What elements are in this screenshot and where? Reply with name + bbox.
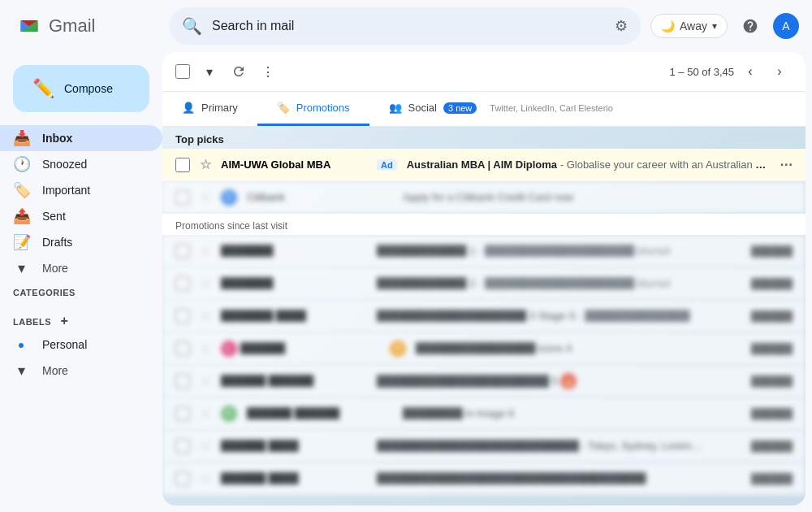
- table-row[interactable]: ☆ C Citibank Apply for a Citibank Credit…: [162, 181, 806, 214]
- star-icon[interactable]: ☆: [200, 243, 211, 258]
- tab-social-label: Social: [408, 102, 437, 114]
- star-icon[interactable]: ☆: [200, 276, 211, 291]
- table-row[interactable]: ☆ ███████ ████ ████████████████████ 3 St…: [162, 300, 806, 332]
- sent-icon: 📤: [13, 207, 29, 225]
- star-icon[interactable]: ☆: [200, 308, 211, 323]
- star-icon[interactable]: ☆: [200, 189, 211, 205]
- more-labels-button[interactable]: ▾ More: [0, 358, 162, 384]
- status-button[interactable]: 🌙 Away ▾: [650, 14, 728, 38]
- compose-label: Compose: [64, 82, 113, 95]
- sender-name: AIM-UWA Global MBA: [221, 158, 367, 171]
- labels-section-label: Labels +: [0, 307, 162, 332]
- sidebar-item-snoozed-label: Snoozed: [42, 158, 87, 171]
- social-tab-sub: Twitter, LinkedIn, Carl Elesterio: [490, 103, 613, 113]
- table-row[interactable]: ☆ ███████ ████████████ 1 - █████████████…: [162, 235, 806, 267]
- tab-primary[interactable]: 👤 Primary: [162, 92, 257, 126]
- star-icon[interactable]: ☆: [200, 438, 211, 453]
- next-page-button[interactable]: ›: [767, 59, 793, 85]
- row-checkbox[interactable]: [175, 341, 190, 356]
- email-time: ██████: [751, 278, 793, 289]
- subject-text: ███████████████████████████ - Tokyo, Syd…: [377, 440, 702, 452]
- more-nav-label: More: [42, 262, 68, 275]
- refresh-button[interactable]: [226, 59, 252, 85]
- categories-section-label: Categories: [0, 281, 162, 301]
- more-options-icon[interactable]: ⋯: [780, 157, 793, 172]
- row-checkbox[interactable]: [175, 158, 190, 172]
- star-icon[interactable]: ☆: [200, 157, 211, 172]
- table-row[interactable]: ☆ G ██████ ██████ ████████ in image 6 ██…: [162, 397, 806, 430]
- help-button[interactable]: [734, 10, 767, 42]
- toolbar: ▾ ⋮ 1 – 50 of 3,45 ‹ ›: [162, 52, 806, 92]
- sidebar-item-sent[interactable]: 📤 Sent: [0, 203, 162, 229]
- table-row[interactable]: ☆ L ██████ S ████████████████ icons 4 ██…: [162, 332, 806, 365]
- top-picks-header: Top picks: [162, 127, 806, 149]
- row-checkbox[interactable]: [175, 190, 190, 205]
- email-time: ██████: [751, 310, 793, 322]
- personal-label-icon: ●: [13, 338, 29, 351]
- table-row[interactable]: ☆ AIM-UWA Global MBA Ad Australian MBA |…: [162, 149, 806, 181]
- email-content: ▾ ⋮ 1 – 50 of 3,45 ‹ › 👤 Primary 🏷️ Prom…: [162, 52, 806, 505]
- chevron-down-icon: ▾: [712, 20, 717, 32]
- primary-tab-icon: 👤: [182, 102, 195, 114]
- select-all-checkbox[interactable]: [175, 64, 190, 79]
- tab-social[interactable]: 👥 Social 3 new Twitter, LinkedIn, Carl E…: [369, 92, 633, 126]
- email-subject: ████████████████████ 3 Stage S - ███████…: [377, 310, 741, 322]
- sidebar-item-important[interactable]: 🏷️ Important: [0, 177, 162, 203]
- row-checkbox[interactable]: [175, 374, 190, 388]
- moon-icon: 🌙: [661, 20, 675, 33]
- sender-name: ██████ ████: [221, 472, 367, 484]
- row-checkbox[interactable]: [175, 471, 190, 486]
- email-list: Top picks ☆ AIM-UWA Global MBA Ad Austra…: [162, 127, 806, 505]
- snoozed-icon: 🕐: [13, 155, 29, 173]
- sidebar-item-inbox[interactable]: 📥 Inbox: [0, 125, 162, 151]
- search-bar[interactable]: 🔍 ⚙: [169, 7, 641, 45]
- subject-text: Apply for a Citibank Credit Card now: [403, 191, 573, 203]
- tab-promotions[interactable]: 🏷️ Promotions: [257, 92, 369, 126]
- compose-button[interactable]: ✏️ Compose: [13, 65, 149, 112]
- sender-name: ███████ ████: [221, 310, 367, 322]
- row-checkbox[interactable]: [175, 244, 190, 258]
- row-checkbox[interactable]: [175, 439, 190, 453]
- promotions-tab-icon: 🏷️: [277, 102, 290, 114]
- star-icon[interactable]: ☆: [200, 341, 211, 356]
- search-input[interactable]: [212, 19, 605, 33]
- row-checkbox[interactable]: [175, 309, 190, 323]
- sidebar-item-personal[interactable]: ● Personal: [0, 332, 162, 358]
- table-row[interactable]: ☆ ██████ ████ ██████████████████████████…: [162, 430, 806, 462]
- star-icon[interactable]: ☆: [200, 373, 211, 388]
- subject-text: ████████████████████████████████████: [377, 472, 646, 484]
- more-toolbar-button[interactable]: ⋮: [255, 59, 281, 85]
- more-labels-label: More: [42, 364, 68, 377]
- more-labels-icon: ▾: [13, 362, 29, 380]
- row-checkbox[interactable]: [175, 406, 190, 421]
- row-checkbox[interactable]: [175, 276, 190, 291]
- top-bar: Gmail 🔍 ⚙ 🌙 Away ▾ A: [0, 0, 812, 52]
- gmail-wordmark: Gmail: [49, 15, 95, 37]
- sidebar-item-inbox-label: Inbox: [42, 132, 72, 145]
- avatar[interactable]: A: [773, 13, 799, 39]
- sidebar-item-drafts[interactable]: 📝 Drafts: [0, 229, 162, 255]
- subject-text: ████████████████████ 3 Stage S: [377, 310, 576, 322]
- add-label-icon[interactable]: +: [61, 314, 69, 328]
- select-dropdown-button[interactable]: ▾: [197, 59, 222, 85]
- tab-primary-label: Primary: [201, 102, 238, 114]
- table-row[interactable]: ☆ ███████ ████████████ 2 - █████████████…: [162, 267, 806, 300]
- star-icon[interactable]: ☆: [200, 471, 211, 486]
- search-options-icon[interactable]: ⚙: [615, 17, 628, 35]
- ad-badge: Ad: [377, 159, 397, 171]
- sender-name: ███████: [221, 245, 367, 257]
- drafts-icon: 📝: [13, 233, 29, 251]
- prev-page-button[interactable]: ‹: [737, 59, 763, 85]
- social-tab-badge: 3 new: [443, 102, 477, 114]
- inline-badge: 🔥: [560, 373, 577, 389]
- more-nav-icon: ▾: [13, 259, 29, 277]
- table-row[interactable]: ☆ ██████ ██████ ███████████████████████ …: [162, 365, 806, 397]
- subject-text: Australian MBA | AIM Diploma: [407, 158, 557, 171]
- star-icon[interactable]: ☆: [200, 406, 211, 421]
- subject-text: ███████████████████████ 5: [377, 374, 558, 386]
- table-row[interactable]: ☆ ██████ ████ ██████████████████████████…: [162, 462, 806, 495]
- more-nav-button[interactable]: ▾ More: [0, 255, 162, 281]
- email-subject: ████████████ 2 - ████████████████████ bl…: [377, 277, 741, 289]
- sender-name: Citibank: [247, 191, 393, 203]
- sidebar-item-snoozed[interactable]: 🕐 Snoozed: [0, 151, 162, 177]
